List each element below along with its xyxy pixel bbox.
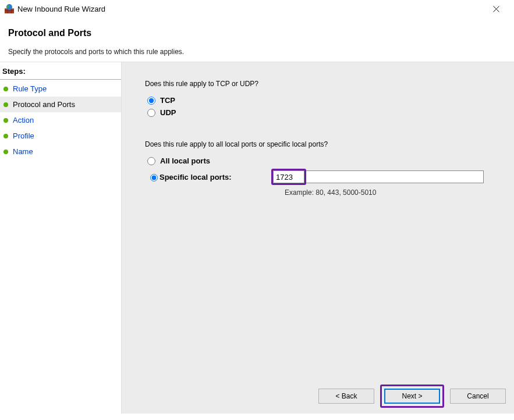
titlebar: New Inbound Rule Wizard [0,0,514,17]
radio-row-tcp[interactable]: TCP [145,96,498,105]
content-panel: Does this rule apply to TCP or UDP? TCP … [121,62,514,414]
step-rule-type[interactable]: Rule Type [0,81,121,97]
button-bar: < Back Next > Cancel [318,385,506,408]
step-label: Protocol and Ports [13,100,75,109]
svg-rect-2 [5,10,14,11]
radio-tcp[interactable] [147,97,155,105]
page-subtitle: Specify the protocols and ports to which… [8,48,506,56]
specific-ports-input[interactable] [273,170,304,183]
radio-specific-ports[interactable] [150,174,158,181]
radio-tcp-label: TCP [160,96,175,105]
header-area: Protocol and Ports Specify the protocols… [0,17,514,62]
step-name[interactable]: Name [0,144,121,159]
step-action[interactable]: Action [0,112,121,128]
question-ports: Does this rule apply to all local ports … [145,140,498,148]
step-label: Rule Type [13,84,47,93]
step-protocol-and-ports[interactable]: Protocol and Ports [0,97,121,112]
window-title: New Inbound Rule Wizard [17,5,483,13]
bullet-icon [3,134,8,138]
radio-all-ports-label: All local ports [160,156,210,165]
bullet-icon [3,102,8,107]
ports-input-extension[interactable] [306,170,484,183]
radio-udp-label: UDP [160,108,176,117]
bullet-icon [3,118,8,123]
step-label: Name [13,147,33,156]
ports-input-container [250,169,484,185]
bullet-icon [3,150,8,154]
next-button[interactable]: Next > [384,389,440,404]
page-title: Protocol and Ports [8,28,506,38]
step-label: Action [13,116,34,124]
next-button-highlight: Next > [380,385,444,408]
radio-specific-ports-label: Specific local ports: [159,173,250,181]
radio-udp[interactable] [147,109,155,117]
radio-row-all-ports[interactable]: All local ports [145,156,498,165]
steps-header: Steps: [0,62,121,80]
radio-all-ports[interactable] [147,157,155,165]
radio-row-udp[interactable]: UDP [145,108,498,117]
step-label: Profile [13,131,34,140]
bullet-icon [3,87,8,91]
question-protocol: Does this rule apply to TCP or UDP? [145,80,498,88]
step-profile[interactable]: Profile [0,128,121,144]
steps-panel: Steps: Rule Type Protocol and Ports Acti… [0,62,121,414]
firewall-icon [5,4,14,13]
radio-row-specific-ports[interactable]: Specific local ports: [145,169,498,185]
wizard-window: New Inbound Rule Wizard Protocol and Por… [0,0,514,420]
cancel-button[interactable]: Cancel [450,389,506,404]
svg-point-6 [7,5,9,8]
ports-input-highlight [271,169,306,185]
body-area: Steps: Rule Type Protocol and Ports Acti… [0,62,514,414]
ports-example-text: Example: 80, 443, 5000-5010 [285,188,498,197]
back-button[interactable]: < Back [318,389,374,404]
close-button[interactable] [483,0,509,17]
steps-list: Rule Type Protocol and Ports Action Prof… [0,81,121,159]
close-icon [493,6,499,12]
